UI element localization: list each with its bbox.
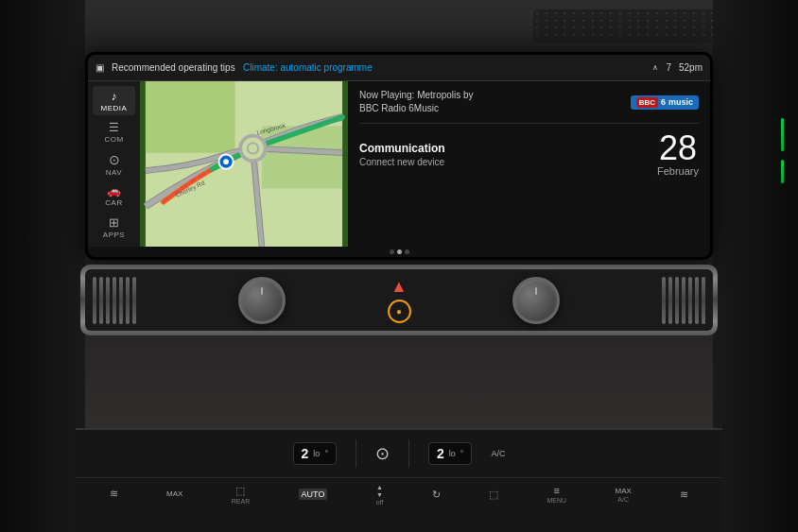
vent-fin bbox=[682, 277, 685, 324]
sidebar-item-com[interactable]: ☰ COM bbox=[93, 117, 135, 146]
left-temp-display: 2 lo ° bbox=[293, 442, 337, 465]
dot-3 bbox=[405, 249, 409, 254]
now-playing-song: Now Playing: Metropolis by bbox=[359, 90, 474, 100]
seat-heat-icon: ● bbox=[396, 306, 402, 317]
comm-text: Communication Connect new device bbox=[359, 142, 648, 167]
defrost-btn[interactable]: ⬚ bbox=[489, 489, 498, 501]
com-label: COM bbox=[104, 135, 123, 144]
bbc-badge: BBC bbox=[636, 97, 658, 108]
scroll-up-btn[interactable]: ∧ bbox=[652, 63, 658, 72]
auto-icon: AUTO bbox=[299, 489, 328, 500]
degree-symbol: ° bbox=[324, 449, 328, 458]
clock: 52pm bbox=[679, 62, 703, 73]
vent-fin bbox=[119, 277, 123, 324]
date-month: February bbox=[657, 165, 699, 177]
rear-icon: ⬚ bbox=[235, 485, 245, 497]
hazard-button[interactable]: ▲ bbox=[390, 277, 408, 297]
rear-btn[interactable]: ⬚ REAR bbox=[232, 485, 250, 505]
fan-speed-controls: ▲ ▼ off bbox=[376, 484, 384, 506]
highlight-text: Climate: automatic programme bbox=[243, 62, 373, 73]
media-label: MEDIA bbox=[101, 104, 128, 112]
map-svg: Chorley Rd Longbrook bbox=[140, 81, 348, 247]
now-playing-section: Now Playing: Metropolis by BBC Radio 6Mu… bbox=[359, 89, 699, 124]
auto-btn[interactable]: AUTO bbox=[299, 489, 328, 501]
page-indicator: 7 bbox=[666, 62, 671, 73]
seat-heat-right-btn[interactable]: ≋ bbox=[680, 489, 688, 501]
nav-label: NAV bbox=[106, 168, 122, 177]
vent-fin bbox=[113, 277, 116, 324]
vent-fin bbox=[93, 277, 96, 324]
hvac-bottom-area: 2 lo ° ⊙ 2 lo ° A/C ≋ MAX bbox=[76, 428, 722, 532]
vent-right bbox=[662, 277, 705, 324]
sidebar-item-media[interactable]: ♪ MEDIA bbox=[93, 86, 135, 115]
comm-subtitle: Connect new device bbox=[359, 157, 648, 167]
seat-heat-button[interactable]: ● bbox=[388, 300, 411, 323]
center-controls: ▲ ● bbox=[388, 277, 411, 323]
apps-label: APPS bbox=[103, 231, 125, 239]
apps-icon: ⊞ bbox=[109, 215, 119, 230]
screen-content: ♪ MEDIA ☰ COM ⊙ NAV 🚗 CAR bbox=[88, 81, 710, 247]
defrost-icon: ⬚ bbox=[489, 489, 498, 501]
fan-up-btn[interactable]: ▲ bbox=[376, 484, 384, 490]
hvac-bottom-row: ≋ MAX ⬚ REAR AUTO ▲ ▼ of bbox=[76, 477, 722, 510]
indicator-light bbox=[781, 118, 784, 151]
right-temp-unit: lo bbox=[449, 449, 456, 458]
vent-fin bbox=[106, 277, 110, 324]
now-playing-text: Now Playing: Metropolis by BBC Radio 6Mu… bbox=[359, 89, 621, 115]
vent-fin bbox=[695, 277, 699, 324]
vent-fin bbox=[702, 277, 705, 324]
recirc-btn[interactable]: ↻ bbox=[432, 489, 441, 501]
hvac-display-row: 2 lo ° ⊙ 2 lo ° A/C bbox=[76, 430, 722, 477]
screen-bezel: ▣ Recommended operating tips Climate: au… bbox=[85, 52, 713, 260]
dots-indicator bbox=[88, 247, 710, 257]
max-icon: MAX bbox=[166, 489, 182, 498]
degree-symbol-2: ° bbox=[460, 449, 464, 458]
notification-icon: ▣ bbox=[95, 62, 104, 73]
vent-fin bbox=[126, 277, 130, 324]
notification-message: Recommended operating tips Climate: auto… bbox=[112, 62, 645, 73]
seat-heat-left-btn[interactable]: ≋ bbox=[110, 488, 118, 501]
now-playing-artist: BBC Radio 6Music bbox=[359, 103, 439, 113]
channel-number: 6 bbox=[661, 97, 666, 107]
left-temp-unit: lo bbox=[313, 449, 320, 458]
date-day: 28 bbox=[657, 131, 699, 165]
svg-point-4 bbox=[248, 143, 258, 153]
dot-1 bbox=[390, 249, 394, 254]
message-text: Recommended operating tips bbox=[112, 62, 235, 73]
sidebar: ♪ MEDIA ☰ COM ⊙ NAV 🚗 CAR bbox=[88, 81, 140, 247]
sidebar-item-apps[interactable]: ⊞ APPS bbox=[93, 213, 135, 242]
right-temp-value: 2 bbox=[437, 446, 444, 461]
menu-ac-btn[interactable]: ≡ MENU bbox=[546, 485, 566, 504]
right-temp-display: 2 lo ° bbox=[428, 442, 472, 465]
car-interior: ▣ Recommended operating tips Climate: au… bbox=[0, 0, 798, 532]
vent-fin bbox=[675, 277, 679, 324]
svg-rect-1 bbox=[146, 81, 235, 153]
ac-label: A/C bbox=[491, 449, 505, 458]
menu-label: MENU bbox=[546, 497, 566, 504]
menu-icon: ≡ bbox=[554, 485, 560, 496]
side-panel-left bbox=[0, 0, 85, 532]
top-notification-bar: ▣ Recommended operating tips Climate: au… bbox=[88, 55, 710, 81]
max-ac-btn[interactable]: MAX A/C bbox=[615, 487, 631, 503]
comm-title: Communication bbox=[359, 142, 648, 155]
sidebar-item-nav[interactable]: ⊙ NAV bbox=[93, 149, 135, 179]
media-icon: ♪ bbox=[112, 90, 117, 103]
vent-left bbox=[93, 277, 136, 324]
vent-fin bbox=[662, 277, 666, 324]
max-btn[interactable]: MAX bbox=[166, 489, 182, 499]
vent-fin bbox=[688, 277, 692, 324]
speaker-grille bbox=[533, 9, 722, 43]
info-panel: Now Playing: Metropolis by BBC Radio 6Mu… bbox=[348, 81, 710, 247]
fan-down-btn[interactable]: ▼ off bbox=[376, 491, 384, 506]
map-container: Chorley Rd Longbrook bbox=[140, 81, 348, 247]
rear-label: REAR bbox=[232, 498, 250, 505]
left-temp-dial[interactable] bbox=[238, 277, 286, 324]
sidebar-item-car[interactable]: 🚗 CAR bbox=[93, 180, 135, 210]
top-area bbox=[0, 0, 798, 57]
divider bbox=[356, 439, 356, 468]
vent-fin bbox=[99, 277, 103, 324]
right-temp-dial[interactable] bbox=[512, 277, 560, 324]
seat-heat-right-icon: ≋ bbox=[680, 489, 688, 501]
seat-heat-left-icon: ≋ bbox=[110, 488, 118, 500]
left-temp-value: 2 bbox=[302, 446, 309, 461]
